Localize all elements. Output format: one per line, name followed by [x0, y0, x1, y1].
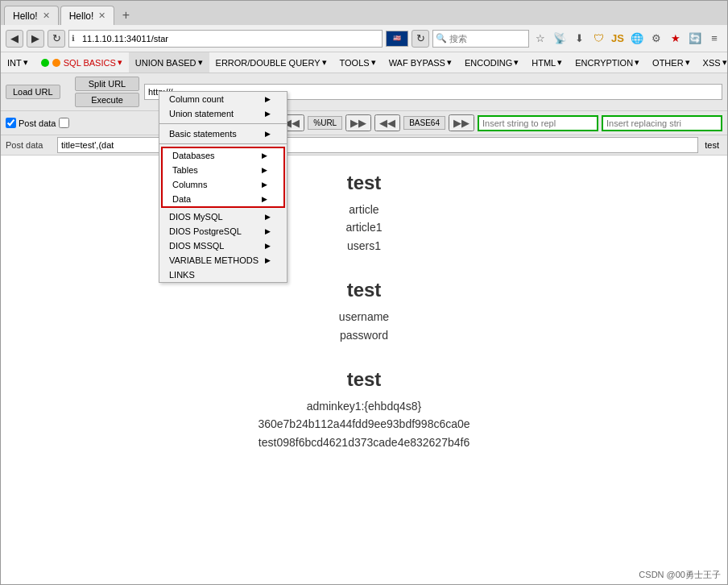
execute-button[interactable]: Execute: [75, 93, 139, 107]
menu-dios-postgresql[interactable]: DIOS PostgreSQL ▶: [159, 224, 287, 239]
submenu-arrow-8: ▶: [265, 227, 271, 235]
menu-union-label: UNION BASED: [135, 58, 196, 68]
menu-variable-methods[interactable]: VARIABLE METHODS ▶: [159, 253, 287, 268]
star-icon[interactable]: ★: [668, 31, 684, 47]
url-input[interactable]: [77, 31, 382, 47]
addon-icon[interactable]: ⚙: [648, 31, 664, 47]
load-url-button[interactable]: Load URL: [6, 85, 60, 99]
menu-xss-label: XSS: [703, 58, 721, 68]
postdata-suffix: test: [701, 140, 722, 150]
base64-button[interactable]: BASE64: [403, 116, 445, 130]
menu-union-arrow: ▾: [198, 57, 203, 68]
submenu-arrow-3: ▶: [262, 151, 267, 160]
menu-dios-mysql-label: DIOS MySQL: [169, 212, 223, 222]
menu-sql-basics[interactable]: SQL BASICS ▾: [35, 52, 129, 73]
menu-tables-label: Tables: [172, 165, 198, 175]
status-green-dot: [41, 59, 49, 67]
back-button[interactable]: ◀: [6, 30, 23, 48]
separator-1: [159, 123, 287, 124]
submenu-arrow-9: ▶: [265, 242, 271, 250]
postdata-row: Post data test: [1, 135, 727, 156]
section-3-item-2: 360e7b24b112a44fdd9ee93bdf998c6ca0e: [17, 415, 711, 433]
submenu-arrow-4: ▶: [262, 166, 267, 174]
menu-other[interactable]: OTHER ▾: [646, 52, 697, 73]
section-1-item-3: users1: [17, 237, 711, 255]
menu-dios-postgresql-label: DIOS PostgreSQL: [169, 226, 242, 236]
menu-data[interactable]: Data ▶: [163, 192, 283, 206]
nav-bar: ◀ ▶ ↻ ℹ 🇺🇸 ↻ 🔍 ☆ 📡 ⬇ 🛡 JS 🌐 ⚙ ★ 🔄 ≡: [1, 25, 727, 52]
menu-tables[interactable]: Tables ▶: [163, 163, 283, 177]
insert-replacing-input[interactable]: [602, 115, 722, 131]
section-1-item-1: article: [17, 201, 711, 218]
forward-button[interactable]: ▶: [27, 30, 44, 48]
menu-int[interactable]: INT ▾: [1, 52, 35, 73]
shield-icon[interactable]: 🛡: [590, 31, 606, 47]
menu-icon[interactable]: ≡: [706, 31, 722, 47]
menu-columns[interactable]: Columns ▶: [163, 177, 283, 192]
section-1-title: test: [17, 172, 711, 194]
insert-string-input[interactable]: [478, 115, 598, 131]
section-3-item-1: adminkey1:{ehbdq4s8}: [17, 397, 711, 415]
menu-union-statement-label: Union statement: [169, 109, 234, 118]
arrow-right-2[interactable]: ▶▶: [449, 114, 474, 131]
menu-error[interactable]: ERROR/DOUBLE QUERY ▾: [209, 52, 333, 73]
content-area: test article article1 users1 test userna…: [1, 156, 727, 584]
menu-html-arrow: ▾: [557, 57, 562, 68]
split-url-button[interactable]: Split URL: [75, 77, 139, 91]
menu-error-label: ERROR/DOUBLE QUERY: [216, 58, 321, 68]
watermark: CSDN @00勇士王子: [639, 569, 721, 581]
tab-1[interactable]: Hello! ✕: [4, 6, 59, 25]
menu-tools[interactable]: TOOLS ▾: [333, 52, 383, 73]
tab-1-close[interactable]: ✕: [43, 10, 50, 21]
menu-dios-mssql[interactable]: DIOS MSSQL ▶: [159, 239, 287, 253]
rss-icon[interactable]: 📡: [552, 31, 568, 47]
globe-icon[interactable]: 🌐: [629, 31, 645, 47]
section-1-item-2: article1: [17, 218, 711, 236]
arrow-right-1[interactable]: ▶▶: [345, 114, 371, 131]
menu-tools-label: TOOLS: [340, 58, 370, 68]
submenu-arrow-7: ▶: [265, 213, 271, 221]
menu-union-based[interactable]: UNION BASED ▾: [129, 52, 209, 73]
new-tab-button[interactable]: +: [116, 6, 135, 25]
menu-union-statement[interactable]: Union statement ▶: [159, 106, 287, 121]
reload-button[interactable]: ↻: [412, 30, 429, 48]
bookmark-icon[interactable]: ☆: [532, 31, 548, 47]
menu-databases[interactable]: Databases ▶: [163, 148, 283, 163]
menu-bar: INT ▾ SQL BASICS ▾ UNION BASED ▾ ERROR/D…: [1, 52, 727, 73]
sync-icon[interactable]: 🔄: [687, 31, 703, 47]
refresh-button[interactable]: ↻: [48, 30, 65, 48]
menu-links[interactable]: LINKS: [159, 268, 287, 282]
search-input[interactable]: [432, 30, 529, 48]
security-icon: ℹ: [69, 34, 77, 43]
postdata-input[interactable]: [57, 137, 698, 153]
post-data-checkbox-label[interactable]: Post data: [6, 118, 56, 128]
menu-column-count-label: Column count: [169, 94, 224, 104]
content-section-1: test article article1 users1: [17, 172, 711, 255]
tab-bar: Hello! ✕ Hello! ✕ +: [1, 1, 727, 25]
tab-2[interactable]: Hello! ✕: [60, 6, 115, 25]
menu-basic-statements[interactable]: Basic statements ▶: [159, 127, 287, 141]
submenu-arrow-6: ▶: [262, 195, 267, 203]
main-content: test article article1 users1 test userna…: [1, 156, 727, 584]
menu-encoding[interactable]: ENCODING ▾: [458, 52, 525, 73]
menu-dios-mysql[interactable]: DIOS MySQL ▶: [159, 210, 287, 224]
menu-waf[interactable]: WAF BYPASS ▾: [383, 52, 458, 73]
checkbox2-label[interactable]: [59, 118, 72, 128]
flag-icon: 🇺🇸: [386, 31, 408, 47]
tab-2-close[interactable]: ✕: [98, 10, 105, 21]
submenu-arrow-5: ▶: [262, 180, 267, 189]
js-icon[interactable]: JS: [610, 31, 626, 47]
xurl-button[interactable]: %URL: [308, 116, 342, 130]
menu-encryption[interactable]: ENCRYPTION ▾: [569, 52, 646, 73]
post-data-checkbox[interactable]: [6, 118, 16, 128]
menu-xss[interactable]: XSS ▾: [697, 52, 728, 73]
menu-column-count[interactable]: Column count ▶: [159, 92, 287, 106]
arrow-left-2[interactable]: ◀◀: [374, 114, 400, 131]
download-icon[interactable]: ⬇: [571, 31, 587, 47]
menu-waf-arrow: ▾: [447, 57, 452, 68]
menu-html[interactable]: HTML ▾: [525, 52, 569, 73]
checkbox2[interactable]: [59, 118, 69, 128]
menu-waf-label: WAF BYPASS: [389, 58, 445, 68]
menu-encoding-label: ENCODING: [465, 58, 512, 68]
menu-other-arrow: ▾: [685, 57, 690, 68]
